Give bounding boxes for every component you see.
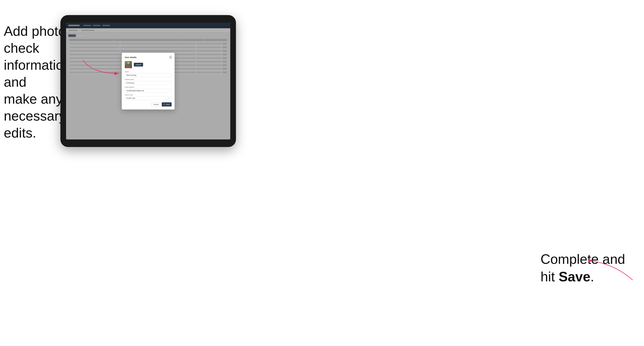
name-label: Name (125, 71, 172, 73)
user-photo (125, 61, 132, 68)
email-field-group: Email address (125, 86, 172, 93)
school-year-controls: × ⌃ (168, 97, 171, 99)
display-name-field-group: Display name (125, 79, 172, 85)
photo-section: Upload (125, 61, 172, 68)
user-details-modal: User details × Upload Name Dis (122, 53, 174, 110)
save-button[interactable]: ⬆ Save (162, 102, 172, 107)
modal-overlay: User details × Upload Name Dis (66, 23, 230, 140)
tablet-screen: / (66, 23, 230, 140)
name-input[interactable] (125, 73, 172, 77)
school-year-clear-button[interactable]: × (168, 97, 169, 99)
display-name-label: Display name (125, 79, 172, 80)
save-icon: ⬆ (164, 103, 165, 105)
annotation-right: Complete and hit Save. (540, 250, 625, 286)
display-name-input[interactable] (125, 81, 172, 85)
upload-photo-button[interactable]: Upload (134, 63, 143, 66)
modal-header: User details × (125, 56, 172, 59)
tablet-device: / (60, 15, 236, 147)
school-year-input[interactable] (125, 96, 172, 100)
modal-footer: Cancel ⬆ Save (125, 102, 172, 107)
user-photo-thumbnail (125, 61, 132, 68)
name-field-group: Name (125, 71, 172, 77)
school-year-dropdown-button[interactable]: ⌃ (170, 97, 171, 99)
modal-title: User details (125, 56, 136, 58)
school-year-wrapper: × ⌃ (125, 96, 172, 100)
cancel-button[interactable]: Cancel (151, 102, 160, 107)
school-year-field-group: School Year × ⌃ (125, 94, 172, 100)
email-label: Email address (125, 86, 172, 88)
modal-close-button[interactable]: × (170, 56, 172, 59)
school-year-label: School Year (125, 94, 172, 96)
email-input[interactable] (125, 89, 172, 93)
